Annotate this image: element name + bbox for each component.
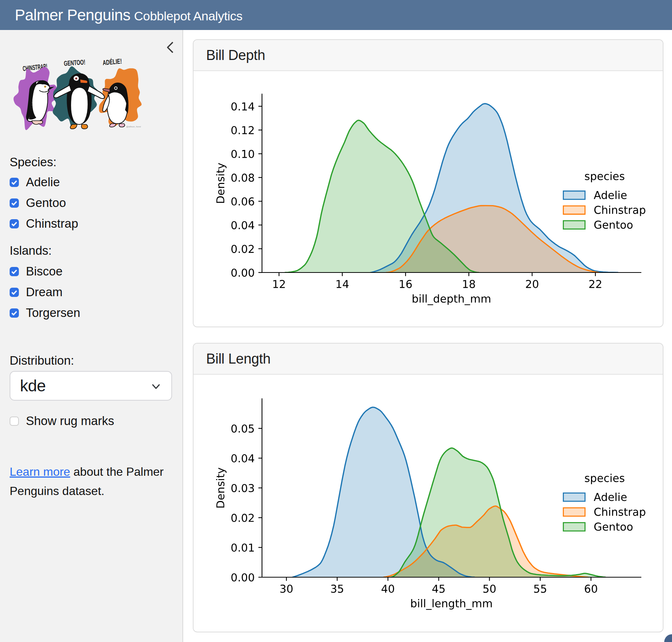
svg-text:GENTOO!: GENTOO! [64, 58, 85, 67]
svg-text:ADÉLIE!: ADÉLIE! [103, 57, 122, 67]
svg-text:@allison_horst: @allison_horst [126, 126, 141, 128]
